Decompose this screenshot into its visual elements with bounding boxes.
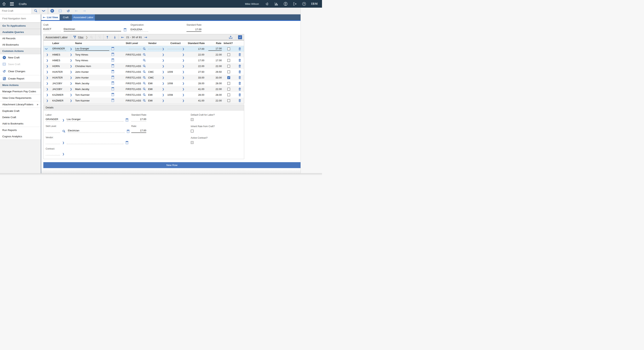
col-vendor[interactable]: Vendor bbox=[147, 42, 166, 45]
tab-craft[interactable]: Craft bbox=[60, 14, 72, 20]
col-labor[interactable]: Labor bbox=[51, 42, 68, 45]
skill-lookup-icon[interactable] bbox=[143, 64, 146, 68]
sidebar-item-new-craft[interactable]: + New Craft bbox=[0, 54, 41, 61]
expand-row-icon[interactable]: ❯ bbox=[46, 93, 48, 96]
sidebar-section-available-queries[interactable]: Available Queries bbox=[0, 29, 41, 35]
row-expand-cell[interactable]: ❯ bbox=[44, 82, 51, 85]
announcement-icon[interactable] bbox=[265, 2, 269, 6]
labor-chevron-icon[interactable]: ❯ bbox=[70, 65, 72, 68]
table-row[interactable]: ❯ HIMES ❯ Tony Himes ❯ ❯ 17.00 17.00 bbox=[44, 57, 244, 63]
row-expand-cell[interactable]: ❯ bbox=[44, 47, 51, 50]
delete-row-icon[interactable] bbox=[238, 76, 241, 79]
inherit-checkbox[interactable] bbox=[227, 53, 230, 56]
contract-chevron-icon[interactable]: ❯ bbox=[182, 93, 186, 96]
delete-row-icon[interactable] bbox=[238, 47, 241, 50]
sidebar-item-all-bookmarks[interactable]: All Bookmarks bbox=[0, 41, 41, 48]
labor-chevron-icon[interactable]: ❯ bbox=[70, 70, 72, 73]
sidebar-item-manage-premium-pay-codes[interactable]: Manage Premium Pay Codes bbox=[0, 88, 41, 95]
skill-lookup-icon[interactable] bbox=[143, 93, 146, 96]
inherit-checkbox[interactable] bbox=[227, 47, 230, 50]
row-expand-cell[interactable]: ❯ bbox=[44, 93, 51, 96]
row-expand-cell[interactable]: ❯ bbox=[44, 76, 51, 79]
table-row[interactable]: ❯ KAZMIER ❯ Tom Kazmier FIRSTCLASS EMI ❯… bbox=[44, 98, 244, 103]
inherit-checkbox[interactable] bbox=[227, 99, 230, 102]
contract-detail-chevron-icon[interactable]: ❯ bbox=[62, 153, 64, 155]
sidebar-section-more-actions[interactable]: More Actions bbox=[0, 82, 41, 88]
sidebar-item-add-to-bookmarks[interactable]: Add to Bookmarks bbox=[0, 120, 41, 127]
delete-row-icon[interactable] bbox=[238, 59, 241, 62]
contract-chevron-icon[interactable]: ❯ bbox=[182, 88, 186, 91]
row-expand-cell[interactable]: ❯ bbox=[44, 88, 51, 91]
find-craft-input[interactable] bbox=[0, 9, 32, 12]
sidebar-section-go-to-applications[interactable]: Go To Applications bbox=[0, 22, 41, 29]
delete-row-icon[interactable] bbox=[238, 93, 241, 96]
vendor-chevron-icon[interactable]: ❯ bbox=[162, 99, 166, 102]
vendor-detail-chevron-icon[interactable]: ❯ bbox=[62, 141, 64, 144]
collapse-table-icon[interactable]: ↙ bbox=[238, 35, 242, 39]
expand-row-icon[interactable]: ❯ bbox=[46, 76, 48, 79]
labor-chevron-icon[interactable]: ❯ bbox=[70, 53, 72, 56]
sidebar-item-attachment-library[interactable]: Attachment Library/Folders ▶ bbox=[0, 101, 41, 108]
skill-long-description-icon[interactable] bbox=[127, 130, 130, 133]
long-description-icon[interactable] bbox=[112, 99, 114, 102]
skill-lookup-icon[interactable] bbox=[143, 82, 146, 85]
col-standard-rate[interactable]: Standard Rate bbox=[186, 42, 206, 45]
user-name[interactable]: Mike Wilson bbox=[245, 2, 259, 5]
row-expand-cell[interactable]: ❯ bbox=[44, 65, 51, 68]
long-description-icon[interactable] bbox=[112, 81, 114, 85]
skill-lookup-icon[interactable] bbox=[143, 47, 146, 50]
expand-row-icon[interactable]: ❯ bbox=[46, 70, 48, 73]
contract-chevron-icon[interactable]: ❯ bbox=[182, 53, 186, 56]
inherit-rate-checkbox[interactable] bbox=[191, 130, 194, 132]
expand-row-icon[interactable]: ❯ bbox=[45, 48, 48, 50]
details-skill-code[interactable] bbox=[46, 129, 60, 133]
sidebar-item-duplicate-craft[interactable]: Duplicate Craft bbox=[0, 108, 41, 114]
vendor-chevron-icon[interactable]: ❯ bbox=[162, 59, 166, 62]
find-navigation-input[interactable] bbox=[2, 17, 38, 20]
delete-row-icon[interactable] bbox=[238, 53, 241, 56]
contract-chevron-icon[interactable]: ❯ bbox=[182, 47, 186, 50]
labor-chevron-icon[interactable]: ❯ bbox=[70, 59, 72, 62]
table-row[interactable]: ❯ HUNTER ❯ John Hunter FIRSTCLASS CMC ❯ … bbox=[44, 69, 244, 75]
profile-icon[interactable] bbox=[284, 2, 288, 6]
filter-link[interactable]: Filter bbox=[78, 36, 84, 39]
expand-row-icon[interactable]: ❯ bbox=[46, 88, 48, 91]
delete-row-icon[interactable] bbox=[238, 70, 241, 73]
tab-list-view[interactable]: ← List View bbox=[41, 14, 60, 20]
long-description-icon[interactable] bbox=[112, 53, 114, 56]
table-row[interactable]: ❯ HIMES ❯ Tony Himes FIRSTCLASS ❯ ❯ 22.0… bbox=[44, 52, 244, 57]
labor-chevron-icon[interactable]: ❯ bbox=[70, 99, 72, 102]
vendor-chevron-icon[interactable]: ❯ bbox=[162, 53, 166, 56]
row-expand-cell[interactable]: ❯ bbox=[44, 59, 51, 62]
delete-row-icon[interactable] bbox=[238, 87, 241, 91]
previous-page-icon[interactable]: ← bbox=[121, 35, 124, 39]
inherit-checkbox[interactable] bbox=[227, 65, 230, 68]
inherit-checkbox[interactable] bbox=[227, 88, 230, 91]
long-description-icon[interactable] bbox=[112, 76, 114, 79]
details-rate-input[interactable]: 17.00 bbox=[131, 129, 146, 133]
skill-lookup-icon[interactable] bbox=[143, 99, 146, 102]
contract-chevron-icon[interactable]: ❯ bbox=[182, 59, 186, 62]
inherit-checkbox[interactable] bbox=[227, 59, 230, 62]
table-row[interactable]: ❯ JACOBY ❯ Mark Jacoby FIRSTCLASS EMI ❯ … bbox=[44, 80, 244, 86]
craft-description-input[interactable]: Electrician bbox=[64, 27, 121, 31]
labor-chevron-icon[interactable]: ❯ bbox=[70, 47, 72, 50]
delete-row-icon[interactable] bbox=[238, 82, 241, 85]
tab-associated-labor[interactable]: Associated Labor bbox=[72, 14, 95, 20]
row-expand-cell[interactable]: ❯ bbox=[44, 53, 51, 56]
vendor-chevron-icon[interactable]: ❯ bbox=[162, 88, 166, 91]
row-expand-cell[interactable]: ❯ bbox=[44, 70, 51, 73]
inherit-checkbox[interactable] bbox=[227, 76, 230, 79]
labor-chevron-icon[interactable]: ❯ bbox=[70, 88, 72, 91]
contract-chevron-icon[interactable]: ❯ bbox=[182, 76, 186, 79]
vendor-chevron-icon[interactable]: ❯ bbox=[162, 82, 166, 85]
move-row-down-icon[interactable]: ↓ bbox=[113, 35, 116, 39]
labor-detail-chevron-icon[interactable]: ❯ bbox=[62, 119, 64, 122]
skill-lookup-icon[interactable] bbox=[143, 76, 146, 79]
standard-rate-input[interactable]: 17.00 bbox=[186, 28, 202, 32]
row-expand-cell[interactable]: ❯ bbox=[44, 99, 51, 102]
home-icon[interactable] bbox=[0, 0, 8, 8]
new-record-button[interactable]: + bbox=[48, 8, 56, 14]
new-row-button[interactable]: New Row bbox=[43, 162, 300, 168]
col-inherit[interactable]: Inherit? bbox=[222, 42, 235, 45]
